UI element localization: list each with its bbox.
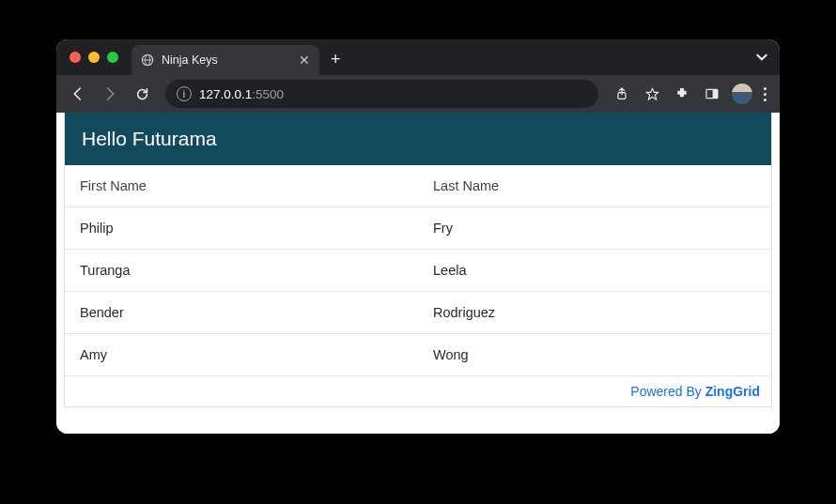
browser-window: Ninja Keys ✕ + i 127.0.0.1:5500	[56, 39, 780, 434]
grid-header-row: First Name Last Name	[65, 165, 771, 207]
close-window-button[interactable]	[70, 52, 81, 63]
toolbar-right	[608, 80, 772, 108]
menu-icon[interactable]	[758, 87, 772, 101]
window-controls	[70, 52, 118, 63]
tab-strip: Ninja Keys ✕ +	[56, 39, 780, 75]
table-row: Turanga Leela	[65, 250, 771, 292]
share-icon[interactable]	[608, 80, 636, 108]
tab-title: Ninja Keys	[162, 53, 291, 67]
footer-brand-link[interactable]: ZingGrid	[705, 384, 760, 399]
cell-last-name: Wong	[418, 334, 771, 375]
cell-last-name: Leela	[418, 250, 771, 291]
profile-avatar[interactable]	[732, 84, 752, 104]
table-row: Amy Wong	[65, 334, 771, 376]
cell-last-name: Fry	[418, 207, 771, 249]
bookmark-icon[interactable]	[638, 80, 666, 108]
forward-button[interactable]	[96, 80, 124, 108]
site-info-icon[interactable]: i	[177, 86, 192, 101]
column-header[interactable]: Last Name	[418, 165, 771, 206]
browser-tab[interactable]: Ninja Keys ✕	[132, 45, 319, 75]
browser-toolbar: i 127.0.0.1:5500	[56, 75, 780, 113]
column-header[interactable]: First Name	[65, 165, 418, 206]
cell-first-name: Bender	[65, 292, 418, 333]
new-tab-button[interactable]: +	[331, 50, 341, 69]
cell-first-name: Philip	[65, 207, 418, 249]
cell-first-name: Amy	[65, 334, 418, 375]
data-grid: Hello Futurama First Name Last Name Phil…	[64, 113, 772, 407]
close-tab-icon[interactable]: ✕	[299, 53, 310, 67]
minimize-window-button[interactable]	[88, 52, 100, 63]
address-bar[interactable]: i 127.0.0.1:5500	[165, 80, 598, 108]
grid-footer: Powered By ZingGrid	[65, 376, 771, 406]
maximize-window-button[interactable]	[107, 52, 118, 63]
side-panel-icon[interactable]	[698, 80, 726, 108]
extensions-icon[interactable]	[668, 80, 696, 108]
cell-last-name: Rodriguez	[418, 292, 771, 333]
svg-rect-5	[713, 89, 718, 98]
grid-caption: Hello Futurama	[65, 113, 771, 165]
page-content: Hello Futurama First Name Last Name Phil…	[56, 113, 780, 434]
tabs-overflow-icon[interactable]	[755, 51, 768, 64]
back-button[interactable]	[64, 80, 92, 108]
table-row: Philip Fry	[65, 207, 771, 250]
footer-prefix: Powered By	[630, 384, 704, 399]
reload-button[interactable]	[128, 80, 156, 108]
table-row: Bender Rodriguez	[65, 292, 771, 334]
globe-icon	[141, 53, 154, 67]
url-text: 127.0.0.1:5500	[199, 87, 284, 101]
cell-first-name: Turanga	[65, 250, 418, 291]
